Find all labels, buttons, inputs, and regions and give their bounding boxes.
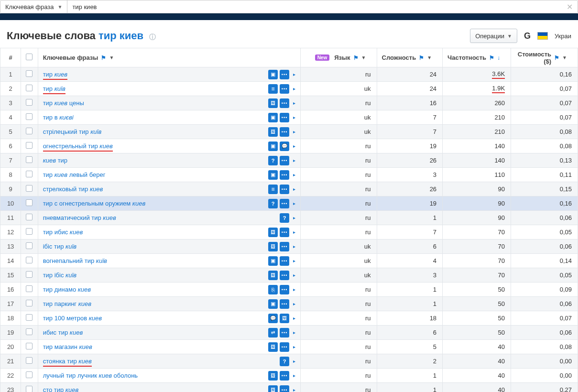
col-cost[interactable]: Стоимость ($) ⚑ ▼: [511, 48, 578, 67]
menu-icon[interactable]: [268, 84, 278, 94]
country-label[interactable]: Украи: [555, 33, 571, 40]
expand-icon[interactable]: ▸: [293, 229, 295, 235]
img-icon[interactable]: [268, 127, 278, 137]
box-icon[interactable]: [268, 256, 278, 266]
checkbox[interactable]: [26, 99, 33, 106]
expand-icon[interactable]: ▸: [293, 72, 295, 77]
q-icon[interactable]: [268, 199, 278, 208]
expand-icon[interactable]: ▸: [293, 258, 295, 263]
checkbox-all[interactable]: [26, 54, 33, 60]
info-icon[interactable]: ⓘ: [149, 33, 156, 41]
chevron-down-icon[interactable]: ▼: [427, 55, 432, 60]
arrow-icon[interactable]: [268, 328, 278, 338]
keyword-link[interactable]: тир паркинг киев: [43, 300, 91, 307]
keyword-link[interactable]: тир магазин киев: [43, 343, 92, 350]
dots-icon[interactable]: [280, 98, 289, 108]
dots-icon[interactable]: [280, 328, 289, 338]
expand-icon[interactable]: ▸: [293, 215, 295, 220]
expand-icon[interactable]: ▸: [293, 244, 295, 249]
google-icon[interactable]: G: [522, 31, 533, 41]
img-icon[interactable]: [268, 98, 278, 108]
col-lang[interactable]: New Язык ⚑ ▼: [301, 48, 377, 67]
checkbox[interactable]: [26, 343, 33, 349]
dots-icon[interactable]: [280, 285, 289, 294]
keyword-link[interactable]: тир киев: [43, 71, 67, 78]
close-icon[interactable]: ✕: [562, 2, 578, 11]
box-icon[interactable]: [268, 142, 278, 151]
keyword-link[interactable]: стрілецький тир київ: [43, 128, 102, 135]
expand-icon[interactable]: ▸: [293, 387, 295, 392]
expand-icon[interactable]: ▸: [293, 143, 295, 149]
ad-icon[interactable]: [268, 285, 278, 294]
checkbox[interactable]: [26, 271, 33, 278]
keyword-link[interactable]: сто тир киев: [43, 386, 79, 392]
dots-icon[interactable]: [280, 271, 289, 280]
keyword-link[interactable]: огнестрельный тир киев: [43, 142, 113, 150]
checkbox[interactable]: [26, 285, 33, 292]
col-frequency[interactable]: Частотность ⚑ ↓: [443, 48, 511, 67]
img-icon[interactable]: [268, 371, 278, 381]
checkbox[interactable]: [26, 70, 33, 77]
filter-icon[interactable]: ⚑: [101, 54, 106, 61]
expand-icon[interactable]: ▸: [293, 100, 295, 106]
checkbox[interactable]: [26, 156, 33, 163]
keyword-link[interactable]: тир 100 метров киев: [43, 315, 102, 322]
checkbox[interactable]: [26, 242, 33, 249]
search-input[interactable]: [67, 3, 562, 11]
keyword-link[interactable]: пневматический тир киев: [43, 214, 116, 221]
expand-icon[interactable]: ▸: [293, 86, 295, 91]
keyword-link[interactable]: тир киев цены: [43, 99, 84, 107]
dots-icon[interactable]: [280, 113, 289, 122]
filter-icon[interactable]: ⚑: [554, 54, 559, 61]
keyword-link[interactable]: тир динамо киев: [43, 286, 91, 293]
filter-icon[interactable]: ⚑: [489, 54, 494, 61]
chevron-down-icon[interactable]: ▼: [109, 55, 114, 60]
dots-icon[interactable]: [280, 256, 289, 266]
box-icon[interactable]: [268, 299, 278, 309]
speech-icon[interactable]: [268, 314, 278, 323]
dots-icon[interactable]: [280, 84, 289, 94]
keyword-link[interactable]: ибис тир киев: [43, 329, 83, 336]
expand-icon[interactable]: ▸: [293, 301, 295, 306]
box-icon[interactable]: [268, 70, 278, 79]
dots-icon[interactable]: [280, 228, 289, 237]
chevron-down-icon[interactable]: ▼: [562, 55, 567, 60]
keyword-link[interactable]: тир ибис киев: [43, 229, 83, 236]
expand-icon[interactable]: ▸: [293, 344, 295, 349]
keyword-link[interactable]: тир ібіс київ: [43, 272, 76, 279]
checkbox[interactable]: [26, 185, 33, 192]
checkbox[interactable]: [26, 314, 33, 321]
dots-icon[interactable]: [280, 185, 289, 194]
speech-icon[interactable]: [280, 142, 289, 151]
checkbox[interactable]: [26, 300, 33, 306]
dots-icon[interactable]: [280, 371, 289, 381]
expand-icon[interactable]: ▸: [293, 359, 295, 364]
img-icon[interactable]: [268, 271, 278, 280]
img-icon[interactable]: [268, 228, 278, 237]
col-number[interactable]: #: [0, 48, 21, 67]
col-checkbox[interactable]: [21, 48, 38, 67]
keyword-link[interactable]: тир в києві: [43, 114, 74, 121]
keyword-link[interactable]: лучный тир лучник киев оболонь: [43, 372, 138, 379]
chevron-down-icon[interactable]: ▼: [361, 55, 366, 60]
expand-icon[interactable]: ▸: [293, 272, 295, 278]
filter-icon[interactable]: ⚑: [419, 54, 424, 61]
dots-icon[interactable]: [280, 70, 289, 79]
col-phrases[interactable]: Ключевые фразы ⚑ ▼: [38, 48, 300, 67]
box-icon[interactable]: [268, 170, 278, 180]
dots-icon[interactable]: [280, 199, 289, 208]
dots-icon[interactable]: [280, 156, 289, 165]
search-type-dropdown[interactable]: Ключевая фраза ▼: [0, 0, 67, 13]
dots-icon[interactable]: [280, 127, 289, 137]
filter-icon[interactable]: ⚑: [353, 54, 359, 61]
dots-icon[interactable]: [280, 242, 289, 251]
keyword-link[interactable]: стоянка тир киев: [43, 358, 92, 365]
expand-icon[interactable]: ▸: [293, 287, 295, 292]
expand-icon[interactable]: ▸: [293, 316, 295, 321]
q-icon[interactable]: [280, 357, 289, 366]
expand-icon[interactable]: ▸: [293, 158, 295, 163]
expand-icon[interactable]: ▸: [293, 129, 295, 134]
checkbox[interactable]: [26, 113, 33, 120]
checkbox[interactable]: [26, 171, 33, 177]
expand-icon[interactable]: ▸: [293, 201, 295, 206]
